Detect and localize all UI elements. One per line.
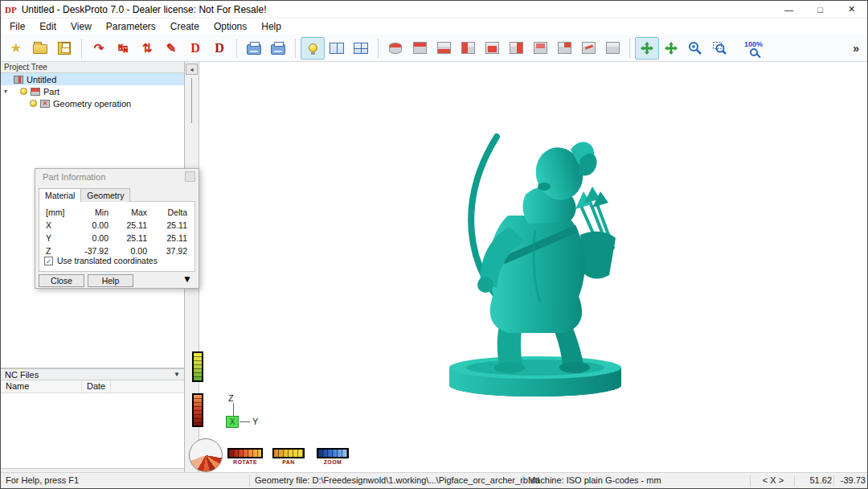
- nc-files-list[interactable]: [1, 393, 184, 469]
- rotate-geometry-icon: ↷: [94, 42, 104, 54]
- pan-control[interactable]: PAN: [272, 448, 305, 465]
- tree-item-untitled[interactable]: Untitled: [1, 73, 184, 85]
- menu-help[interactable]: Help: [254, 19, 289, 34]
- toolbar-overflow-button[interactable]: »: [853, 42, 859, 55]
- window-title: Untitled - DeskProto 7.0 - Dealer licens…: [22, 4, 267, 15]
- view-cylinder-button[interactable]: [383, 37, 407, 60]
- new-icon: ★: [10, 40, 22, 55]
- zoom-in-icon: [688, 41, 702, 55]
- zoom-bar[interactable]: [317, 448, 349, 458]
- view-bottom-icon: [437, 42, 451, 54]
- status-machine: Machine: ISO plain G-codes - mm: [528, 475, 661, 485]
- printer-icon: [247, 44, 261, 55]
- menu-edit[interactable]: Edit: [32, 19, 63, 34]
- menu-file[interactable]: File: [2, 19, 32, 34]
- table-cell: 25.11: [154, 233, 194, 243]
- nc-files-header: NC Files ▼: [1, 368, 184, 380]
- 3d-model-orc-archer: [439, 125, 632, 399]
- view-bottom-button[interactable]: [432, 37, 456, 60]
- tree-item-geometry-operation[interactable]: ✕ Geometry operation: [1, 97, 184, 109]
- printer-preview-button[interactable]: [266, 37, 290, 60]
- tab-geometry[interactable]: Geometry: [80, 188, 130, 202]
- dialog-close-button[interactable]: Close: [39, 274, 84, 287]
- menu-create[interactable]: Create: [163, 19, 207, 34]
- curve-edit-button[interactable]: ✎: [159, 37, 183, 60]
- viewport-grid-icon: [354, 43, 368, 54]
- minimize-button[interactable]: —: [773, 1, 805, 18]
- status-divider: [750, 475, 751, 487]
- save-button[interactable]: [52, 37, 76, 60]
- column-header-date[interactable]: Date: [82, 380, 111, 392]
- menu-view[interactable]: View: [63, 19, 99, 34]
- pan-bar[interactable]: [272, 448, 305, 458]
- rotate-control[interactable]: ROTATE: [227, 448, 263, 465]
- toggle-part-visibility-button[interactable]: [301, 37, 325, 60]
- axis-x-box[interactable]: X: [226, 416, 239, 428]
- zoom-in-button[interactable]: [683, 37, 707, 60]
- maximize-button[interactable]: □: [805, 1, 836, 18]
- tree-item-part[interactable]: ▾ Part: [1, 85, 184, 97]
- table-cell: Min: [76, 208, 115, 217]
- rotate-ball[interactable]: [189, 438, 223, 472]
- zoom-window-icon: [712, 41, 727, 55]
- nc-files-dropdown-icon[interactable]: ▼: [174, 371, 180, 378]
- rotate-geometry-button[interactable]: ↷: [87, 37, 111, 60]
- titlebar: DP Untitled - DeskProto 7.0 - Dealer lic…: [1, 1, 867, 18]
- view-iso-button[interactable]: [600, 37, 624, 60]
- table-cell: 37.92: [154, 246, 194, 256]
- rotate-view-button[interactable]: [576, 37, 600, 60]
- dialog-help-button[interactable]: Help: [88, 274, 133, 287]
- view-front-icon: [485, 42, 499, 54]
- new-button[interactable]: ★: [4, 37, 28, 60]
- open-button[interactable]: [28, 37, 52, 60]
- dialog-more-icon[interactable]: ▼: [182, 273, 192, 285]
- 2d-drawing-outline-button[interactable]: D: [207, 37, 231, 60]
- view-front-button[interactable]: [480, 37, 504, 60]
- close-button[interactable]: ✕: [836, 1, 867, 18]
- viewport-layout-button[interactable]: [325, 37, 349, 60]
- statusbar: For Help, press F1 Geometry file: D:\Fre…: [1, 472, 867, 488]
- dialog-close-icon[interactable]: [185, 171, 195, 182]
- collapse-panel-button[interactable]: ◂: [186, 64, 198, 75]
- view-back-button[interactable]: [528, 37, 552, 60]
- column-header-name[interactable]: Name: [1, 380, 82, 392]
- view-top-icon: [413, 42, 427, 54]
- scale-geometry-button[interactable]: ⇅: [135, 37, 159, 60]
- zoom-control[interactable]: ZOOM: [317, 448, 349, 465]
- menu-options[interactable]: Options: [207, 19, 254, 34]
- tab-material[interactable]: Material: [39, 188, 81, 202]
- tree-item-label: Part: [43, 87, 59, 97]
- checkbox-checked-icon[interactable]: ✓: [44, 257, 53, 265]
- vertical-rotate-gauge[interactable]: [192, 351, 203, 382]
- visibility-bulb-icon[interactable]: [20, 88, 27, 95]
- rotate-bar[interactable]: [227, 448, 263, 458]
- menu-parameters[interactable]: Parameters: [99, 19, 163, 34]
- 2d-drawing-button[interactable]: D: [183, 37, 207, 60]
- view-right-button[interactable]: [504, 37, 528, 60]
- translated-coordinates-option[interactable]: ✓ Use translated coordinates: [44, 256, 158, 265]
- splitter-handle[interactable]: [191, 78, 192, 123]
- status-coord-y: -39.73: [837, 475, 866, 485]
- status-geometry-file: Geometry file: D:\Freedesignwold\1.worki…: [255, 475, 539, 485]
- printer-preview-icon: [271, 44, 285, 55]
- printer-button[interactable]: [242, 37, 266, 60]
- viewport-grid-button[interactable]: [349, 37, 373, 60]
- rotate-view-icon: [582, 42, 596, 54]
- visibility-bulb-icon[interactable]: [30, 100, 37, 107]
- view-iso-icon: [606, 42, 620, 54]
- translate-geometry-button[interactable]: ↹: [111, 37, 135, 60]
- view-left-button[interactable]: [456, 37, 480, 60]
- toolbar-separator: [378, 39, 379, 58]
- expander-icon[interactable]: ▾: [4, 88, 10, 95]
- project-tree-header: Project Tree: [1, 62, 184, 73]
- part-dimensions-table: [mm] Min Max Delta X 0.00 25.11 25.11 Y …: [43, 208, 194, 256]
- zoom-window-button[interactable]: [707, 37, 731, 60]
- move-view-button[interactable]: [659, 37, 683, 60]
- zoom-level-value: 100%: [744, 40, 763, 48]
- zoom-extents-button[interactable]: [635, 37, 659, 60]
- view-top-button[interactable]: [407, 37, 432, 60]
- vertical-zoom-gauge[interactable]: [192, 393, 203, 427]
- zoom-extents-icon: [640, 41, 654, 55]
- zoom-level-control[interactable]: 100%: [744, 40, 763, 56]
- view-corner-button[interactable]: [552, 37, 576, 60]
